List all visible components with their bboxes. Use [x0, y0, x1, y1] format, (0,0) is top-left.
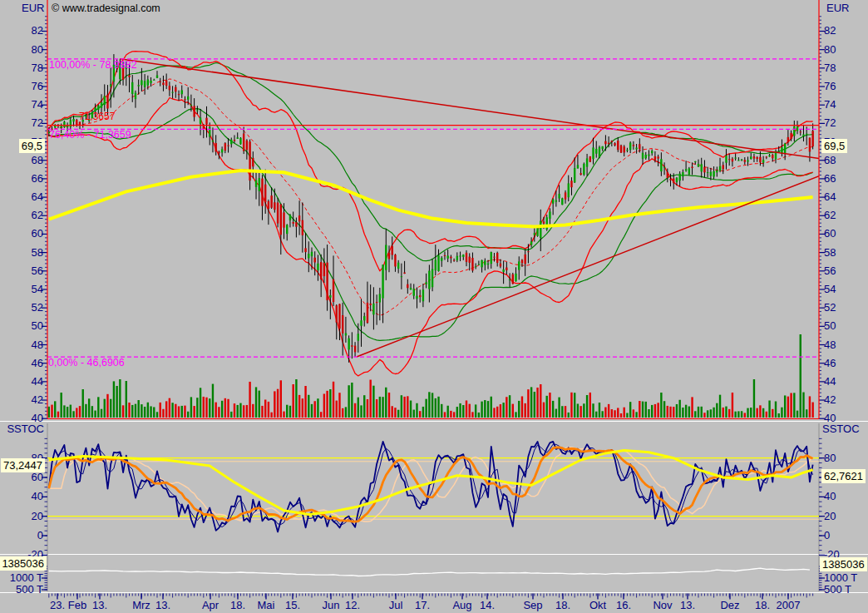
price-tick-label-left: 68	[32, 155, 43, 166]
sstoc-tick-label-right: 20	[824, 511, 836, 522]
volume-tick-500-right: 500 T	[824, 584, 851, 595]
date-axis-label: Mai	[258, 600, 275, 611]
date-axis-label: Feb	[68, 600, 86, 611]
price-tick-label-left: 52	[32, 302, 43, 313]
price-tick-label-left: 72	[32, 117, 43, 128]
price-tick-label-left: 46	[32, 358, 43, 368]
sstoc-tick-label-right: 40	[824, 491, 836, 502]
price-tick-label-left: 44	[32, 376, 43, 387]
sstoc-tick-label-right: 80	[824, 452, 836, 463]
sstoc-tick-label-left: 40	[32, 491, 43, 502]
price-tick-label-left: 64	[32, 191, 43, 202]
sstoc-tick-label-left: 0	[37, 530, 43, 541]
price-tick-label-right: 60	[824, 228, 836, 239]
price-tick-label-right: 68	[824, 155, 836, 166]
price-tick-label-left: 54	[32, 284, 43, 294]
sstoc-value-badge-right: 62,7621	[821, 469, 866, 483]
date-axis-label: Okt	[589, 600, 606, 611]
date-axis-label: 12.	[345, 600, 360, 611]
price-tick-label-right: 76	[824, 81, 836, 91]
price-tick-label-right: 62	[824, 210, 836, 220]
date-axis-label: 13.	[680, 600, 695, 611]
date-axis-label: Jul	[389, 600, 403, 611]
date-axis-label: Sep	[523, 600, 542, 611]
date-axis-label: 15.	[285, 600, 300, 611]
last-price-badge-left: 69,5	[19, 139, 45, 153]
price-tick-label-right: 48	[824, 339, 836, 350]
currency-label-left: EUR	[22, 2, 44, 13]
date-axis-label: 13.	[155, 600, 170, 611]
volume-value-badge-right: 1385036	[820, 557, 867, 571]
date-axis-label: 23.	[50, 600, 65, 611]
date-axis-label: Aug	[452, 600, 471, 611]
price-tick-label-left: 78	[32, 62, 43, 73]
last-price-badge-right: 69,5	[821, 139, 847, 153]
price-tick-label-left: 60	[32, 228, 43, 239]
price-tick-label-right: 56	[824, 265, 836, 276]
date-axis-label: Jun	[323, 600, 340, 611]
volume-tick-1000-left: 1000 T	[10, 572, 43, 583]
price-tick-label-left: 48	[32, 339, 43, 350]
sstoc-value-badge-left: 73,2447	[1, 458, 45, 472]
date-axis-label: 18.	[555, 600, 570, 611]
price-tick-label-right: 66	[824, 173, 836, 184]
price-tick-label-right: 82	[824, 25, 836, 36]
price-tick-label-right: 50	[824, 320, 836, 331]
currency-label-right: EUR	[826, 2, 849, 13]
price-tick-label-right: 52	[824, 302, 836, 313]
price-tick-label-right: 80	[824, 44, 836, 55]
date-axis-label: 16.	[616, 600, 631, 611]
date-axis-label: 18.	[755, 600, 770, 611]
price-tick-label-right: 58	[824, 247, 836, 258]
price-tick-label-right: 74	[824, 99, 836, 110]
price-tick-label-right: 44	[824, 376, 836, 387]
sstoc-tick-label-left: 20	[32, 511, 43, 522]
price-tick-label-left: 42	[32, 394, 43, 405]
date-axis-label: 13.	[92, 600, 107, 611]
sstoc-panel-title-left: SSTOC	[7, 423, 44, 434]
price-tick-label-right: 78	[824, 62, 836, 73]
price-tick-label-right: 46	[824, 358, 836, 368]
volume-chart-canvas[interactable]	[47, 552, 819, 592]
price-tick-label-right: 54	[824, 284, 836, 294]
date-axis-label: Dez	[720, 600, 739, 611]
volume-tick-500-left: 500 T	[16, 584, 43, 595]
price-tick-label-left: 80	[32, 44, 43, 55]
date-axis-label: 17.	[415, 600, 430, 611]
tradesignal-chart-window: 8282808078787676747472727070686866666464…	[0, 0, 868, 613]
volume-value-badge-left: 1385036	[0, 556, 47, 571]
price-tick-label-right: 72	[824, 117, 836, 128]
date-axis-label: 2007	[777, 600, 801, 611]
date-axis-label: Mrz	[132, 600, 150, 611]
date-axis-label: 14.	[480, 600, 495, 611]
sstoc-panel-title-right: SSTOC	[822, 423, 860, 434]
main-chart-canvas[interactable]	[47, 0, 819, 418]
price-tick-label-left: 56	[32, 265, 43, 276]
price-tick-label-left: 76	[32, 81, 43, 91]
sstoc-tick-label-right: 0	[824, 530, 830, 541]
price-tick-label-left: 62	[32, 210, 43, 220]
date-axis-label: Apr	[202, 600, 219, 611]
price-tick-label-left: 58	[32, 247, 43, 258]
price-tick-label-left: 66	[32, 173, 43, 184]
date-axis-label: Nov	[653, 600, 672, 611]
price-tick-label-right: 42	[824, 394, 836, 405]
sstoc-chart-canvas[interactable]	[47, 423, 819, 551]
price-tick-label-left: 82	[32, 25, 43, 36]
price-tick-label-left: 50	[32, 320, 43, 331]
volume-tick-1000-right: 1000 T	[824, 572, 857, 583]
date-axis-label: 18.	[230, 600, 245, 611]
sstoc-tick-label-left: 60	[32, 472, 43, 482]
price-tick-label-right: 64	[824, 191, 836, 202]
price-tick-label-left: 74	[32, 99, 43, 110]
